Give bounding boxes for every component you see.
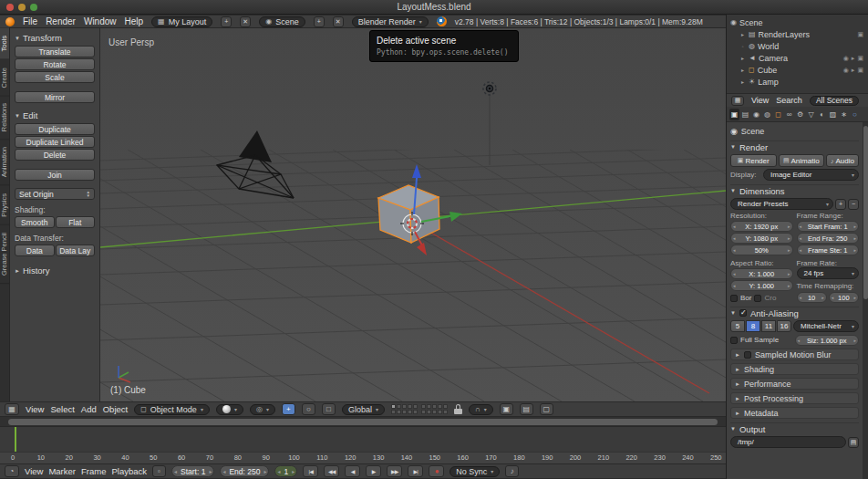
rotate-button[interactable]: Rotate: [15, 58, 95, 70]
scrollbar-thumb[interactable]: [8, 419, 718, 425]
expand-icon[interactable]: ▸: [739, 31, 746, 37]
layer-cell[interactable]: [402, 410, 407, 414]
tab-tools[interactable]: Tools: [0, 28, 9, 60]
panel-sampled-motion-blur[interactable]: ► Sampled Motion Blur: [730, 349, 859, 360]
crop-checkbox[interactable]: [754, 295, 761, 302]
restrict-select-icon[interactable]: ▸: [852, 67, 855, 74]
resolution-x-field[interactable]: X: 1920 px: [730, 221, 793, 232]
scale-button[interactable]: Scale: [15, 71, 95, 83]
aspect-x-field[interactable]: X: 1.000: [730, 268, 793, 279]
menu-file[interactable]: File: [23, 16, 37, 26]
next-keyframe-button[interactable]: ▶▶: [387, 465, 402, 477]
set-origin-dropdown[interactable]: Set Origin ▲▼: [15, 188, 95, 200]
add-scene-icon[interactable]: +: [314, 16, 325, 27]
duplicate-linked-button[interactable]: Duplicate Linked: [15, 136, 95, 148]
expand-icon[interactable]: ▸: [739, 67, 746, 73]
layer-cell[interactable]: [397, 410, 401, 414]
outliner-row-camera[interactable]: ▸ ◄ Camera ◉ ▸ ▣: [727, 52, 868, 64]
outliner-view-menu[interactable]: View: [751, 96, 769, 105]
render-audio-button[interactable]: ♪ Audio: [826, 154, 859, 167]
expand-icon[interactable]: ▸: [739, 55, 746, 61]
outliner-row-scene[interactable]: ◉ Scene: [727, 16, 868, 28]
panel-metadata[interactable]: ► Metadata: [730, 407, 859, 419]
panel-antialiasing-header[interactable]: ▼ Anti-Aliasing: [730, 307, 859, 318]
jump-to-end-button[interactable]: ▶|: [408, 465, 423, 477]
previous-keyframe-button[interactable]: ◀◀: [324, 465, 339, 477]
tab-create[interactable]: Create: [0, 60, 9, 97]
timeline-editor[interactable]: 0102030405060708090100110120130140150160…: [0, 417, 726, 463]
tab-relations[interactable]: Relations: [0, 96, 9, 140]
remove-preset-icon[interactable]: −: [848, 199, 859, 210]
layer-cell[interactable]: [427, 404, 431, 409]
play-reverse-button[interactable]: ◀: [345, 465, 360, 477]
layer-cell[interactable]: [408, 410, 412, 414]
layer-cell[interactable]: [421, 404, 426, 409]
duplicate-button[interactable]: Duplicate: [15, 123, 95, 135]
add-menu[interactable]: Add: [81, 404, 97, 414]
tab-physics[interactable]: Physics: [0, 186, 9, 225]
remap-new-field[interactable]: 100: [829, 292, 859, 303]
frame-step-field[interactable]: Frame Ste: 1: [797, 245, 860, 255]
full-sample-checkbox[interactable]: [730, 337, 738, 344]
record-button[interactable]: ●: [429, 465, 444, 477]
output-path-field[interactable]: /tmp/: [730, 436, 846, 448]
blender-menu-icon[interactable]: [5, 17, 15, 26]
layer-cell[interactable]: [432, 410, 437, 414]
opengl-render-icon[interactable]: ▢: [540, 403, 553, 415]
manipulator-z-head[interactable]: [412, 164, 421, 178]
outliner-row-world[interactable]: ◦ ◍ World: [727, 40, 868, 52]
restrict-render-icon[interactable]: ▣: [857, 31, 863, 38]
snap-dropdown[interactable]: ∩ ▾: [469, 404, 493, 415]
aa-size-field[interactable]: Siz: 1.000 px: [795, 335, 860, 346]
remap-old-field[interactable]: 10: [797, 292, 827, 303]
add-layout-icon[interactable]: +: [221, 16, 232, 27]
lamp-object[interactable]: [483, 82, 496, 95]
object-data-context-icon[interactable]: ▽: [806, 109, 816, 120]
outliner-search-menu[interactable]: Search: [776, 96, 802, 105]
viewport-shading-dropdown[interactable]: ▾: [216, 404, 243, 415]
aspect-y-field[interactable]: Y: 1.000: [730, 280, 793, 291]
layer-cell[interactable]: [427, 410, 431, 414]
data-layout-button[interactable]: Data Lay: [56, 245, 96, 256]
frame-rate-dropdown[interactable]: 24 fps: [797, 267, 860, 279]
manipulator-scale-icon[interactable]: □: [322, 403, 336, 415]
antialiasing-checkbox[interactable]: [739, 309, 747, 317]
aa-samples-8-button[interactable]: 8: [746, 320, 760, 332]
restrict-select-icon[interactable]: ▸: [852, 55, 855, 62]
properties-scrollbar[interactable]: [863, 122, 868, 479]
sync-dropdown[interactable]: No Sync ▾: [450, 466, 500, 477]
add-preset-icon[interactable]: +: [835, 199, 846, 210]
layer-cell[interactable]: [391, 410, 396, 414]
aa-samples-5-button[interactable]: 5: [730, 320, 745, 332]
preview-range-icon[interactable]: ▫: [152, 465, 166, 477]
frame-start-field[interactable]: Start Fram: 1: [797, 221, 860, 232]
pivot-dropdown[interactable]: ◎ ▾: [250, 404, 275, 415]
layer-cell[interactable]: [402, 404, 407, 409]
aa-filter-dropdown[interactable]: Mitchell-Netr: [793, 320, 859, 332]
tab-animation[interactable]: Animation: [0, 140, 9, 185]
panel-edit-header[interactable]: ▼ Edit: [15, 109, 95, 121]
restrict-view-icon[interactable]: ◉: [843, 55, 849, 62]
layers-widget[interactable]: [391, 404, 448, 414]
modifiers-context-icon[interactable]: ⚙: [795, 109, 805, 120]
viewport-3d[interactable]: User Persp (1) Cube Delete active scene …: [100, 28, 726, 401]
display-dropdown[interactable]: Image Editor: [763, 169, 859, 181]
restrict-view-icon[interactable]: ◉: [843, 67, 849, 74]
delete-layout-icon[interactable]: ✕: [240, 16, 251, 27]
view-menu[interactable]: View: [26, 404, 44, 414]
outliner-editor-type-icon[interactable]: ▦: [731, 96, 744, 106]
restrict-render-icon[interactable]: ▣: [857, 55, 863, 62]
layer-cell[interactable]: [438, 410, 442, 414]
tab-grease-pencil[interactable]: Grease Pencil: [0, 225, 9, 284]
menu-window[interactable]: Window: [84, 16, 117, 26]
mode-dropdown[interactable]: ◻ Object Mode ▾: [134, 404, 210, 415]
constraints-context-icon[interactable]: ∞: [784, 109, 794, 120]
transform-orientation-dropdown[interactable]: Global ▾: [342, 404, 385, 415]
join-button[interactable]: Join: [15, 169, 95, 181]
particles-context-icon[interactable]: ∗: [839, 109, 849, 120]
outliner-row-cube[interactable]: ▸ ◻ Cube ◉ ▸ ▣: [727, 64, 868, 76]
jump-to-start-button[interactable]: |◀: [303, 465, 318, 477]
delete-scene-icon[interactable]: ✕: [333, 16, 344, 27]
world-context-icon[interactable]: ◍: [762, 109, 772, 120]
panel-transform-header[interactable]: ▼ Transform: [15, 32, 95, 44]
